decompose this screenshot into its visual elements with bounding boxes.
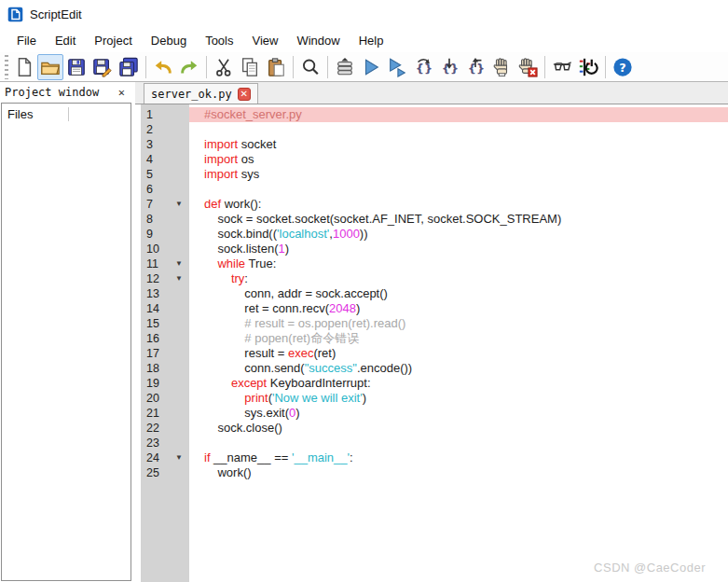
- code-line: 2: [135, 122, 728, 137]
- paste-button[interactable]: [263, 54, 289, 80]
- fold-column: [169, 391, 189, 406]
- toolbar-separator: [293, 56, 294, 78]
- fold-marker-icon[interactable]: ▼: [169, 450, 189, 465]
- fold-marker-icon[interactable]: ▼: [169, 271, 189, 286]
- line-number: 5: [141, 167, 169, 182]
- fold-column: [169, 465, 189, 480]
- files-header-row[interactable]: Files: [2, 104, 130, 123]
- build-button[interactable]: [332, 54, 358, 80]
- stop-button[interactable]: [515, 54, 541, 80]
- line-number: 9: [141, 227, 169, 242]
- menu-item-view[interactable]: View: [243, 31, 288, 50]
- code-line: 22 sock.close(): [135, 421, 728, 436]
- copy-icon: [240, 57, 260, 77]
- open-folder-icon: [40, 57, 61, 77]
- fold-column: [169, 107, 189, 122]
- help-button[interactable]: ?: [610, 54, 636, 80]
- code-editor[interactable]: 1#socket_server.py23import socket4import…: [135, 104, 728, 582]
- line-number: 17: [141, 346, 169, 361]
- menu-item-project[interactable]: Project: [85, 31, 141, 50]
- files-header-label: Files: [7, 107, 69, 121]
- fold-marker-icon[interactable]: ▼: [169, 197, 189, 212]
- line-number: 15: [141, 316, 169, 331]
- fold-column: [169, 436, 189, 450]
- code-line: 16 # popen(ret)命令错误: [135, 331, 728, 346]
- line-number: 21: [141, 406, 169, 421]
- line-number: 14: [141, 301, 169, 316]
- code-line: 15 # result = os.popen(ret).read(): [135, 316, 728, 331]
- app-logo-icon: [7, 7, 23, 22]
- code-text: work(): [189, 465, 728, 480]
- menu-item-help[interactable]: Help: [350, 31, 393, 50]
- step-into-icon: {}: [439, 57, 460, 77]
- pause-button[interactable]: [488, 54, 515, 80]
- code-text: sock = socket.socket(socket.AF_INET, soc…: [189, 212, 728, 227]
- fold-column: [169, 182, 189, 197]
- scriptedit-window: ScriptEdit FileEditProjectDebugToolsView…: [0, 0, 728, 582]
- project-window-close-button[interactable]: ✕: [116, 86, 128, 99]
- menu-item-window[interactable]: Window: [287, 31, 349, 50]
- fold-column: [169, 376, 189, 391]
- code-line: 11▼ while True:: [135, 256, 728, 271]
- code-lines: 1#socket_server.py23import socket4import…: [135, 104, 728, 480]
- copy-button[interactable]: [237, 54, 263, 80]
- undo-button[interactable]: [150, 54, 176, 80]
- help-icon: ?: [612, 57, 633, 77]
- save-as-button[interactable]: [89, 54, 116, 80]
- menu-item-edit[interactable]: Edit: [46, 31, 85, 50]
- line-number: 4: [141, 152, 169, 167]
- fold-marker-icon[interactable]: ▼: [169, 256, 189, 271]
- step-into-button[interactable]: {}: [436, 54, 462, 80]
- step-out-icon: {}: [465, 57, 486, 77]
- toolbar-group: [297, 54, 323, 80]
- code-text: result = exec(ret): [189, 346, 728, 361]
- menu-item-tools[interactable]: Tools: [196, 31, 242, 50]
- code-text: import socket: [189, 137, 728, 152]
- code-text: sock.bind(('localhost',1000)): [189, 227, 728, 242]
- line-number: 23: [141, 436, 169, 450]
- run-button[interactable]: [358, 54, 384, 80]
- toolbar-separator: [605, 56, 606, 78]
- code-text: except KeyboardInterrupt:: [189, 376, 728, 391]
- save-button[interactable]: [63, 54, 89, 80]
- open-folder-button[interactable]: [37, 54, 63, 80]
- svg-text:{}: {}: [468, 61, 485, 75]
- code-text: sock.close(): [189, 421, 728, 436]
- line-number: 25: [141, 465, 169, 480]
- code-line: 7▼def work():: [135, 197, 728, 212]
- project-window-header: Project window ✕: [0, 82, 132, 103]
- line-number: 24: [141, 450, 169, 465]
- watch-glasses-button[interactable]: [549, 54, 575, 80]
- run-to-cursor-icon: [387, 57, 407, 77]
- run-to-cursor-button[interactable]: [384, 54, 410, 80]
- save-icon: [66, 57, 87, 77]
- code-line: 19 except KeyboardInterrupt:: [135, 376, 728, 391]
- fold-column: [169, 361, 189, 376]
- new-file-button[interactable]: [11, 54, 37, 80]
- find-icon: [300, 57, 321, 77]
- menu-bar: FileEditProjectDebugToolsViewWindowHelp: [0, 28, 728, 52]
- new-file-icon: [14, 57, 34, 77]
- code-text: import sys: [189, 167, 728, 182]
- profiler-button[interactable]: [575, 54, 601, 80]
- find-button[interactable]: [297, 54, 323, 80]
- project-files-tree[interactable]: Files: [1, 103, 131, 581]
- tab-close-icon[interactable]: ✕: [238, 88, 251, 101]
- cut-button[interactable]: [211, 54, 237, 80]
- line-number: 16: [141, 331, 169, 346]
- redo-icon: [179, 57, 199, 77]
- step-over-button[interactable]: {}: [410, 54, 436, 80]
- menu-item-debug[interactable]: Debug: [142, 31, 196, 50]
- tab-server-ok-py[interactable]: server_ok.py ✕: [144, 83, 258, 104]
- code-line: 12▼ try:: [135, 271, 728, 286]
- redo-button[interactable]: [176, 54, 202, 80]
- step-out-button[interactable]: {}: [462, 54, 488, 80]
- paste-icon: [266, 57, 286, 77]
- save-all-button[interactable]: [116, 54, 142, 80]
- project-window-panel: Project window ✕ Files: [0, 82, 132, 582]
- svg-text:{}: {}: [442, 61, 459, 75]
- toolbar-gripper[interactable]: [5, 55, 8, 79]
- menu-item-file[interactable]: File: [7, 31, 46, 50]
- code-text: conn.send("success".encode()): [189, 361, 728, 376]
- watch-glasses-icon: [552, 57, 572, 77]
